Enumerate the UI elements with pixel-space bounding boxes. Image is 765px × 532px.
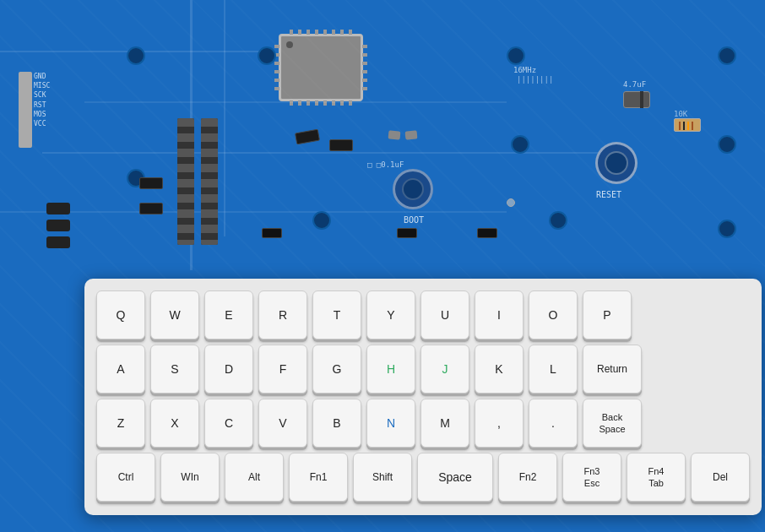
key-a[interactable]: A [96,345,145,394]
key-fn4-tab[interactable]: Fn4Tab [627,453,686,502]
key-comma[interactable]: , [475,399,524,448]
key-shift[interactable]: Shift [353,453,412,502]
key-k[interactable]: K [475,345,524,394]
key-m[interactable]: M [420,399,469,448]
key-t[interactable]: T [312,290,361,339]
key-c[interactable]: C [204,399,253,448]
key-f[interactable]: F [258,345,307,394]
pin-header-center [177,118,194,245]
key-o[interactable]: O [529,290,578,339]
pin-header-left: GNDMISCSCKRSTMOSVCC [19,72,32,148]
key-fn3-esc[interactable]: Fn3Esc [562,453,621,502]
key-b[interactable]: B [312,399,361,448]
key-ctrl[interactable]: Ctrl [96,453,155,502]
key-del[interactable]: Del [691,453,750,502]
key-e[interactable]: E [204,290,253,339]
key-v[interactable]: V [258,399,307,448]
key-s[interactable]: S [150,345,199,394]
key-r[interactable]: R [258,290,307,339]
key-i[interactable]: I [475,290,524,339]
key-fn1[interactable]: Fn1 [289,453,348,502]
key-row-4: Ctrl WIn Alt Fn1 Shift Space Fn2 Fn3Esc … [96,453,750,502]
key-l[interactable]: L [529,345,578,394]
boot-button[interactable] [393,169,433,209]
key-fn2[interactable]: Fn2 [498,453,557,502]
key-space[interactable]: Space [417,453,493,502]
key-row-1: Q W E R T Y U I O P [96,290,750,339]
reset-button[interactable] [595,142,638,184]
key-row-3: Z X C V B N M , . BackSpace [96,399,750,448]
key-win[interactable]: WIn [160,453,220,502]
pin-header-center2 [201,118,218,245]
key-alt[interactable]: Alt [225,453,284,502]
key-y[interactable]: Y [366,290,415,339]
key-w[interactable]: W [150,290,199,339]
key-return[interactable]: Return [583,345,642,394]
key-d[interactable]: D [204,345,253,394]
key-n[interactable]: N [366,399,415,448]
key-u[interactable]: U [420,290,469,339]
key-p[interactable]: P [583,290,632,339]
key-period[interactable]: . [529,399,578,448]
key-row-2: A S D F G H J K L Return [96,345,750,394]
key-g[interactable]: G [312,345,361,394]
key-backspace[interactable]: BackSpace [583,399,642,448]
keyboard: Q W E R T Y U I O P A S D F G H J K L Re… [84,279,762,515]
key-j[interactable]: J [420,345,469,394]
key-x[interactable]: X [150,399,199,448]
key-q[interactable]: Q [96,290,145,339]
key-z[interactable]: Z [96,399,145,448]
key-h[interactable]: H [366,345,415,394]
